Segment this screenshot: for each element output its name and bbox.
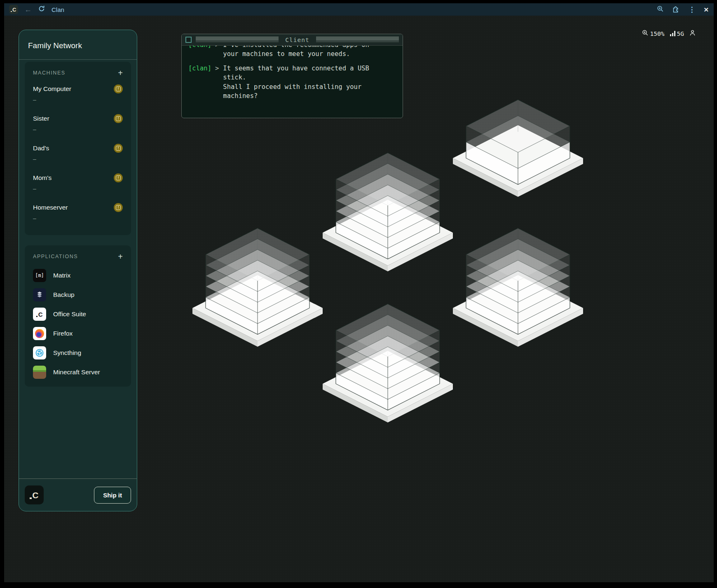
machine-row[interactable]: My Computer – ! bbox=[33, 85, 123, 103]
terminal-message-text: It seems that you have connected a USBst… bbox=[223, 64, 369, 101]
machines-card: MACHINES + My Computer – ! Sister – ! Da… bbox=[25, 62, 131, 235]
warning-badge[interactable]: ! bbox=[114, 173, 123, 182]
warning-badge[interactable]: ! bbox=[114, 144, 123, 153]
application-name: Minecraft Server bbox=[53, 369, 100, 376]
signal-icon bbox=[670, 31, 675, 36]
office-suite-icon: C bbox=[33, 308, 46, 321]
applications-list: [m] Matrix Backup C Office Suite Firefox bbox=[33, 269, 123, 379]
application-row[interactable]: [m] Matrix bbox=[33, 269, 123, 282]
alert-icon: ! bbox=[116, 116, 121, 121]
warning-badge[interactable]: ! bbox=[114, 203, 123, 212]
sidebar-title: Family Network bbox=[19, 30, 137, 60]
browser-toolbar: C ← Clan ⋮ ✕ bbox=[4, 3, 714, 16]
screen: { "browser": { "tab_title": "Clan" }, "s… bbox=[0, 0, 717, 588]
menu-kebab-icon[interactable]: ⋮ bbox=[688, 6, 695, 13]
terminal-message-text: I've installed the recommended apps onyo… bbox=[223, 46, 369, 59]
alert-icon: ! bbox=[116, 175, 121, 180]
sidebar-footer: C Ship it bbox=[19, 478, 137, 511]
machine-name: Sister bbox=[33, 115, 123, 122]
machine-name: Dad's bbox=[33, 145, 123, 152]
application-row[interactable]: Backup bbox=[33, 288, 123, 301]
machine-name: Homeserver bbox=[33, 204, 123, 211]
machine-name: Mom's bbox=[33, 174, 123, 182]
machine-status: – bbox=[33, 156, 123, 162]
user-icon[interactable] bbox=[689, 30, 696, 37]
alert-icon: ! bbox=[116, 205, 121, 210]
application-row[interactable]: Minecraft Server bbox=[33, 366, 123, 379]
terminal-message: [clan] > It seems that you have connecte… bbox=[188, 64, 396, 101]
titlebar-stripes bbox=[196, 37, 279, 43]
reload-icon[interactable] bbox=[38, 5, 45, 14]
application-row[interactable]: Syncthing bbox=[33, 346, 123, 359]
alert-icon: ! bbox=[116, 86, 121, 91]
warning-badge[interactable]: ! bbox=[114, 84, 123, 93]
sidebar: Family Network MACHINES + My Computer – … bbox=[19, 30, 137, 511]
syncthing-icon bbox=[33, 346, 46, 359]
terminal-message: [clan] > I've installed the recommended … bbox=[188, 46, 396, 59]
add-application-button[interactable]: + bbox=[118, 252, 123, 261]
extensions-icon[interactable] bbox=[672, 5, 680, 14]
application-name: Syncthing bbox=[53, 349, 81, 357]
zoom-level: 150% bbox=[650, 30, 665, 37]
applications-header: APPLICATIONS bbox=[33, 254, 78, 259]
warning-badge[interactable]: ! bbox=[114, 114, 123, 123]
applications-card: APPLICATIONS + [m] Matrix Backup C Offic… bbox=[25, 245, 131, 387]
terminal-titlebar[interactable]: Client bbox=[182, 34, 403, 46]
window-box-icon[interactable] bbox=[185, 37, 192, 43]
terminal-output: [clan] > I've installed the recommended … bbox=[182, 46, 403, 118]
zoom-indicator-icon bbox=[642, 30, 649, 37]
app-content: 150% 5G Client [clan] > I've installed t… bbox=[4, 16, 714, 582]
clan-favicon: C bbox=[9, 5, 18, 14]
application-name: Backup bbox=[53, 291, 75, 299]
status-cluster: 150% 5G bbox=[642, 30, 696, 37]
application-name: Office Suite bbox=[53, 310, 86, 318]
machines-list: My Computer – ! Sister – ! Dad's – ! Mom… bbox=[33, 85, 123, 222]
tower-right[interactable] bbox=[452, 227, 584, 348]
terminal-prompt-arrow: > bbox=[211, 46, 223, 59]
minecraft-icon bbox=[33, 366, 46, 379]
terminal-title: Client bbox=[283, 37, 312, 43]
application-name: Firefox bbox=[53, 330, 73, 337]
terminal-prompt: [clan] bbox=[188, 64, 211, 101]
tower-flat[interactable] bbox=[452, 98, 584, 198]
alert-icon: ! bbox=[116, 146, 121, 151]
machine-status: – bbox=[33, 185, 123, 192]
machine-status: – bbox=[33, 215, 123, 222]
terminal-prompt-arrow: > bbox=[211, 64, 223, 101]
firefox-icon bbox=[33, 327, 46, 340]
back-icon[interactable]: ← bbox=[24, 6, 32, 13]
network-label: 5G bbox=[677, 30, 684, 37]
machine-row[interactable]: Homeserver – ! bbox=[33, 204, 123, 222]
application-row[interactable]: Firefox bbox=[33, 327, 123, 340]
terminal-prompt: [clan] bbox=[188, 46, 211, 59]
titlebar-stripes bbox=[316, 37, 399, 43]
matrix-icon: [m] bbox=[33, 269, 46, 282]
add-machine-button[interactable]: + bbox=[118, 69, 123, 77]
machine-row[interactable]: Sister – ! bbox=[33, 115, 123, 133]
tower-top[interactable] bbox=[322, 152, 454, 273]
client-terminal-window: Client [clan] > I've installed the recom… bbox=[181, 34, 403, 118]
application-name: Matrix bbox=[53, 272, 70, 279]
zoom-in-icon[interactable] bbox=[657, 5, 664, 14]
machine-row[interactable]: Mom's – ! bbox=[33, 174, 123, 192]
tower-left[interactable] bbox=[192, 227, 323, 348]
clan-logo: C bbox=[25, 485, 44, 504]
tower-bottom[interactable] bbox=[322, 303, 454, 424]
machine-row[interactable]: Dad's – ! bbox=[33, 145, 123, 162]
ship-it-button[interactable]: Ship it bbox=[94, 487, 131, 504]
close-icon[interactable]: ✕ bbox=[703, 7, 709, 13]
application-row[interactable]: C Office Suite bbox=[33, 308, 123, 321]
machine-status: – bbox=[33, 126, 123, 133]
machine-name: My Computer bbox=[33, 85, 123, 93]
tab-title: Clan bbox=[52, 6, 64, 13]
machines-header: MACHINES bbox=[33, 70, 66, 76]
backup-icon bbox=[33, 288, 46, 301]
machine-status: – bbox=[33, 96, 123, 103]
